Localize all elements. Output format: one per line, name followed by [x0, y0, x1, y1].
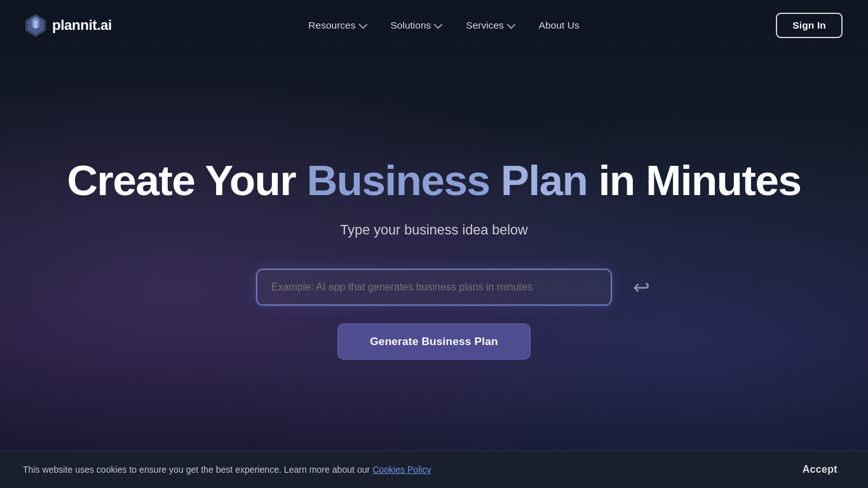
- hero-title-part1: Create Your: [67, 156, 306, 204]
- cookie-banner: This website uses cookies to ensure you …: [0, 451, 868, 488]
- hero-subtitle: Type your business idea below: [340, 222, 527, 238]
- nav-resources-label: Resources: [308, 20, 355, 31]
- nav-item-solutions[interactable]: Solutions: [381, 15, 451, 36]
- generate-button[interactable]: Generate Business Plan: [337, 323, 530, 360]
- business-idea-input[interactable]: [256, 269, 612, 306]
- chevron-down-icon: [506, 20, 515, 29]
- nav-about-label: About Us: [539, 20, 580, 31]
- nav-solutions-label: Solutions: [391, 20, 431, 31]
- nav-item-services[interactable]: Services: [456, 15, 524, 36]
- cookie-text: This website uses cookies to ensure you …: [23, 464, 431, 475]
- accept-button[interactable]: Accept: [795, 460, 845, 479]
- logo-icon: [25, 14, 46, 37]
- sign-in-button[interactable]: Sign In: [776, 13, 843, 38]
- hero-title: Create Your Business Plan in Minutes: [67, 156, 801, 204]
- hero-title-space: [490, 156, 501, 204]
- hero-title-part2: in Minutes: [587, 156, 801, 204]
- cookies-policy-link[interactable]: Cookies Policy: [372, 464, 431, 475]
- nav-link-solutions[interactable]: Solutions: [381, 15, 451, 36]
- nav-link-services[interactable]: Services: [456, 15, 524, 36]
- nav-item-about[interactable]: About Us: [529, 15, 590, 36]
- hero-section: Create Your Business Plan in Minutes Typ…: [0, 51, 868, 452]
- nav-links: Resources Solutions Services About Us: [298, 15, 589, 36]
- nav-link-about[interactable]: About Us: [529, 15, 590, 36]
- logo-link[interactable]: plannit.ai: [25, 14, 112, 37]
- chevron-down-icon: [358, 20, 367, 29]
- navbar: plannit.ai Resources Solutions Services …: [0, 0, 868, 51]
- hero-title-business: Business: [307, 156, 490, 204]
- logo-text: plannit.ai: [52, 17, 112, 34]
- nav-link-resources[interactable]: Resources: [298, 15, 375, 36]
- hero-title-plan: Plan: [501, 156, 588, 204]
- cookie-message: This website uses cookies to ensure you …: [23, 464, 372, 475]
- chevron-down-icon: [434, 20, 443, 29]
- nav-services-label: Services: [466, 20, 504, 31]
- arrow-hint-icon: ↩: [633, 277, 650, 297]
- nav-item-resources[interactable]: Resources: [298, 15, 375, 36]
- svg-rect-0: [34, 20, 37, 28]
- input-container: ↩: [256, 269, 612, 306]
